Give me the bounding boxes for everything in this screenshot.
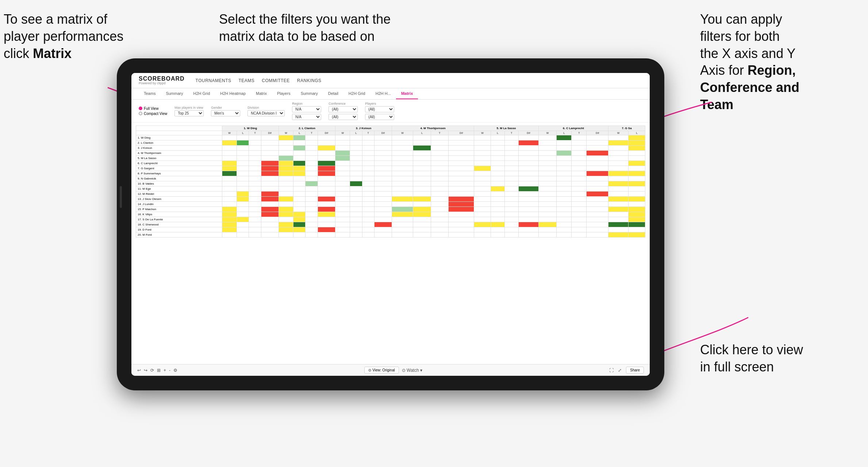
players-select-2[interactable]: (All) — [365, 114, 394, 120]
redo-icon[interactable]: ↪ — [144, 368, 147, 373]
undo-icon[interactable]: ↩ — [137, 368, 141, 373]
matrix-cell-11-8 — [335, 192, 350, 197]
matrix-cell-7-18 — [504, 171, 518, 176]
matrix-cell-4-12 — [392, 156, 413, 161]
matrix-cell-4-13 — [413, 156, 431, 161]
region-label: Region — [292, 102, 321, 105]
matrix-cell-16-14 — [431, 217, 448, 222]
matrix-cell-14-22 — [572, 207, 587, 212]
region-select-2[interactable]: N/A — [292, 114, 321, 120]
max-players-select[interactable]: Top 25 — [174, 110, 204, 116]
matrix-cell-7-21 — [557, 171, 572, 176]
settings-icon[interactable]: ⚙ — [173, 368, 177, 373]
matrix-cell-3-21 — [557, 151, 572, 156]
matrix-cell-6-12 — [392, 166, 413, 171]
matrix-cell-2-24 — [608, 146, 629, 151]
matrix-cell-18-12 — [392, 227, 413, 232]
tab-summary2[interactable]: Summary — [296, 88, 323, 99]
refresh-icon[interactable]: ⟳ — [150, 368, 154, 373]
matrix-cell-6-2 — [249, 166, 261, 171]
matrix-cell-9-20 — [538, 181, 557, 186]
matrix-cell-14-25 — [629, 207, 645, 212]
tab-h2h-heatmap[interactable]: H2H Heatmap — [215, 88, 251, 99]
grid-icon[interactable]: ⊞ — [157, 368, 161, 373]
matrix-cell-4-25 — [629, 156, 645, 161]
matrix-cell-5-0 — [222, 161, 237, 166]
conference-select-1[interactable]: (All) — [329, 106, 358, 112]
matrix-cell-11-21 — [557, 192, 572, 197]
tab-summary[interactable]: Summary — [161, 88, 188, 99]
matrix-cell-15-4 — [279, 212, 293, 217]
fullscreen-icon[interactable]: ⛶ — [609, 368, 614, 373]
matrix-cell-13-21 — [557, 202, 572, 207]
tab-detail[interactable]: Detail — [323, 88, 343, 99]
full-view-radio[interactable] — [139, 107, 142, 110]
tab-h2h-grid2[interactable]: H2H Grid — [343, 88, 370, 99]
matrix-cell-19-14 — [431, 232, 448, 238]
matrix-cell-0-5 — [293, 135, 306, 140]
matrix-cell-15-14 — [431, 212, 448, 217]
matrix-cell-9-13 — [413, 181, 431, 186]
corner-header — [136, 126, 222, 131]
row-header-7: 8. P Summerhays — [136, 171, 222, 176]
compact-view-option[interactable]: Compact View — [139, 112, 167, 116]
matrix-cell-16-0 — [222, 217, 237, 222]
share-button[interactable]: Share — [626, 367, 644, 374]
bottom-toolbar: ↩ ↪ ⟳ ⊞ + - ⚙ ⊙ View: Original ⊙ Watch ▾… — [131, 364, 650, 376]
sub-w5: W — [474, 131, 491, 135]
export-icon[interactable]: ⤢ — [618, 368, 622, 373]
zoom-out-icon[interactable]: - — [169, 368, 170, 373]
tab-players[interactable]: Players — [272, 88, 296, 99]
view-original-button[interactable]: ⊙ View: Original — [364, 367, 399, 374]
matrix-cell-19-17 — [491, 232, 504, 238]
region-select-1[interactable]: N/A — [292, 106, 321, 112]
conference-select-2[interactable]: (All) — [329, 114, 358, 120]
matrix-cell-16-6 — [306, 217, 318, 222]
compact-view-radio[interactable] — [139, 112, 142, 115]
zoom-in-icon[interactable]: + — [164, 368, 166, 373]
matrix-cell-12-9 — [350, 197, 362, 202]
row-header-9: 10. B Valdes — [136, 181, 222, 186]
matrix-cell-2-14 — [431, 146, 448, 151]
ann-tr-line5-bold: Conference and — [700, 80, 799, 95]
tab-h2h-h[interactable]: H2H H... — [370, 88, 396, 99]
matrix-cell-1-9 — [350, 140, 362, 146]
tab-h2h-grid[interactable]: H2H Grid — [188, 88, 215, 99]
tab-teams[interactable]: Teams — [139, 88, 161, 99]
matrix-cell-2-1 — [237, 146, 249, 151]
sub-w7: W — [608, 131, 629, 135]
nav-rankings[interactable]: RANKINGS — [297, 78, 322, 83]
toolbar-center: ⊙ View: Original ⊙ Watch ▾ — [364, 367, 422, 374]
division-select[interactable]: NCAA Division I — [247, 110, 285, 116]
matrix-cell-8-21 — [557, 176, 572, 181]
matrix-cell-17-11 — [374, 222, 392, 227]
matrix-cell-10-9 — [350, 186, 362, 192]
matrix-cell-6-8 — [335, 166, 350, 171]
full-view-option[interactable]: Full View — [139, 107, 167, 111]
matrix-cell-15-9 — [350, 212, 362, 217]
matrix-cell-19-2 — [249, 232, 261, 238]
matrix-cell-1-6 — [306, 140, 318, 146]
matrix-cell-4-14 — [431, 156, 448, 161]
nav-committee[interactable]: COMMITTEE — [262, 78, 290, 83]
matrix-cell-17-18 — [504, 222, 518, 227]
players-select-1[interactable]: (All) — [365, 106, 394, 112]
tab-matrix[interactable]: Matrix — [251, 88, 272, 99]
matrix-cell-9-18 — [504, 181, 518, 186]
matrix-cell-18-7 — [318, 227, 335, 232]
matrix-cell-1-20 — [538, 140, 557, 146]
nav-tournaments[interactable]: TOURNAMENTS — [196, 78, 231, 83]
matrix-cell-8-11 — [374, 176, 392, 181]
matrix-cell-6-10 — [362, 166, 374, 171]
matrix-content[interactable]: 1. W Ding 2. L Clanton 3. J Koivun 4. M … — [131, 123, 650, 364]
matrix-cell-2-20 — [538, 146, 557, 151]
matrix-cell-8-5 — [293, 176, 306, 181]
nav-teams[interactable]: TEAMS — [239, 78, 255, 83]
watch-button[interactable]: ⊙ Watch ▾ — [402, 368, 422, 373]
gender-select[interactable]: Men's — [211, 110, 240, 116]
tab-matrix-active[interactable]: Matrix — [396, 88, 418, 99]
matrix-cell-17-4 — [279, 222, 293, 227]
matrix-cell-16-1 — [237, 217, 249, 222]
sub-d2: Dif — [318, 131, 335, 135]
matrix-cell-8-18 — [504, 176, 518, 181]
